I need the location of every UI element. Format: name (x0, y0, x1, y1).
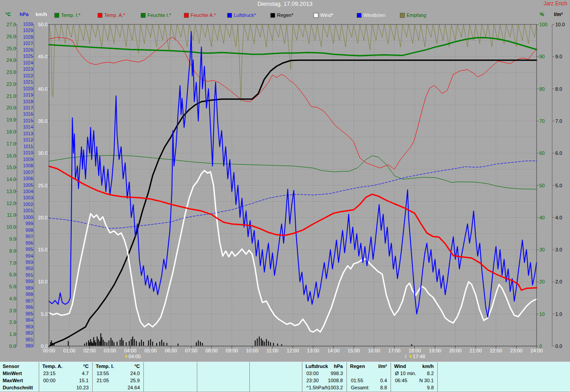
kmh-tick-label: 30.0 (21, 150, 48, 156)
rain-bar (95, 342, 96, 346)
sunrise-time: 04:00 (128, 354, 141, 359)
rain-bar (178, 344, 179, 346)
hPa-tick-label: 1003 (6, 195, 33, 201)
kmh-tick-label: 35.0 (21, 118, 48, 124)
rain-bar (161, 340, 162, 346)
pct-tick-label: 100 (539, 22, 557, 27)
table-divider (197, 362, 197, 392)
pct-tick-label: 40 (539, 215, 557, 220)
table-divider (391, 362, 391, 392)
hPa-tick-label: 1014 (6, 125, 33, 130)
x-tick-label: 08:00 (202, 348, 221, 353)
hPa-tick-label: 983 (6, 324, 33, 330)
rain-bar (99, 341, 100, 346)
kmh-tick-label: 45.0 (21, 54, 48, 59)
rain-bar (143, 342, 144, 346)
x-tick-label: 18:00 (405, 348, 424, 353)
hPa-tick-label: 992 (6, 266, 33, 271)
sun-icon: ☀ (408, 354, 413, 359)
rain-bar (100, 333, 101, 346)
hPa-tick-label: 991 (6, 273, 33, 278)
pct-tick-label: 80 (539, 86, 557, 92)
x-tick-label: 21:00 (466, 348, 485, 353)
rain-bar (139, 342, 140, 346)
x-tick-label: 20:00 (446, 348, 465, 353)
table-divider (346, 362, 347, 392)
rain-bar (110, 338, 111, 346)
x-tick-label: 24:00 (527, 348, 546, 353)
hPa-tick-label: 1018 (6, 99, 33, 105)
x-tick-label: 12:00 (283, 348, 303, 353)
x-tick-label: 00:00 (39, 348, 59, 353)
rain-bar (109, 340, 110, 346)
kmh-tick-label: 50.0 (21, 22, 48, 27)
hPa-tick-label: 1028 (6, 35, 33, 40)
x-tick-label: 03:00 (100, 348, 120, 353)
rain-bar (131, 339, 132, 346)
table-cell-value: 0.4 (350, 378, 387, 383)
rain-bar (112, 340, 113, 346)
rain-bar (120, 340, 121, 346)
kmh-tick-label: 25.0 (21, 183, 48, 188)
rain-bar (262, 340, 263, 346)
x-tick-label: 17:00 (385, 348, 404, 353)
rain-bar (91, 342, 92, 346)
x-tick-label: 14:00 (324, 348, 343, 353)
stats-table: SensorMinWertMaxWertDurchschnittTemp. A.… (0, 362, 570, 392)
hPa-tick-label: 1011 (6, 144, 33, 150)
lm2-tick-label: 5.0 (555, 183, 570, 188)
rain-bar (86, 342, 87, 346)
rain-bar (132, 336, 133, 346)
table-row-header: Sensor (3, 364, 19, 369)
x-tick-label: 09:00 (222, 348, 242, 353)
x-tick-label: 19:00 (425, 348, 445, 353)
sunrise-marker: ☀04:00 (124, 354, 141, 360)
sunset-marker: ☾☀17:48 (404, 354, 425, 360)
kmh-tick-label: 20.0 (21, 215, 48, 220)
hPa-tick-label: 1019 (6, 93, 33, 98)
rain-bar (97, 336, 98, 346)
rain-bar (196, 342, 197, 346)
rain-bar (152, 342, 153, 346)
table-row-header: MaxWert (3, 378, 23, 383)
pct-tick-label: 90 (539, 54, 557, 59)
rain-bar (136, 341, 137, 346)
lm2-tick-label: 0.0 (555, 344, 570, 349)
chart-plot-area (0, 0, 570, 392)
table-divider (437, 362, 438, 392)
table-cell-value: 10.23 (42, 385, 89, 390)
hPa-tick-label: 999 (6, 221, 33, 226)
rain-bar (92, 343, 93, 346)
hPa-tick-label: 1017 (6, 105, 33, 111)
hPa-tick-label: 1021 (6, 80, 33, 85)
x-tick-label: 05:00 (141, 348, 160, 353)
x-tick-label: 16:00 (364, 348, 384, 353)
table-cell-value: 15.1 (42, 378, 89, 383)
x-tick-label: 01:00 (60, 348, 79, 353)
hPa-tick-label: 1022 (6, 73, 33, 79)
hPa-tick-label: 1007 (6, 170, 33, 175)
rain-bar (90, 339, 91, 346)
lm2-tick-label: 4.0 (555, 215, 570, 220)
table-cell-value: 9.8 (394, 385, 434, 390)
hPa-tick-label: 1001 (6, 208, 33, 214)
pct-tick-label: 30 (539, 247, 557, 252)
pct-tick-label: 10 (539, 311, 557, 317)
rain-bar (264, 342, 265, 346)
table-divider (143, 362, 144, 392)
rain-bar (200, 342, 201, 346)
hPa-tick-label: 998 (6, 228, 33, 233)
rain-bar (88, 340, 89, 346)
hPa-tick-label: 1023 (6, 67, 33, 72)
hPa-tick-label: 1008 (6, 163, 33, 169)
rain-bar (123, 340, 124, 346)
table-row-header: Durchschnitt (3, 385, 33, 390)
rain-bar (198, 340, 199, 346)
rain-bar (259, 336, 260, 346)
rain-bar (281, 344, 282, 346)
table-cell-value: 24.0 (96, 371, 140, 376)
rain-bar (103, 340, 104, 346)
table-cell-unit: °C (96, 364, 140, 369)
rain-bar (141, 340, 142, 346)
x-tick-label: 11:00 (263, 348, 282, 353)
